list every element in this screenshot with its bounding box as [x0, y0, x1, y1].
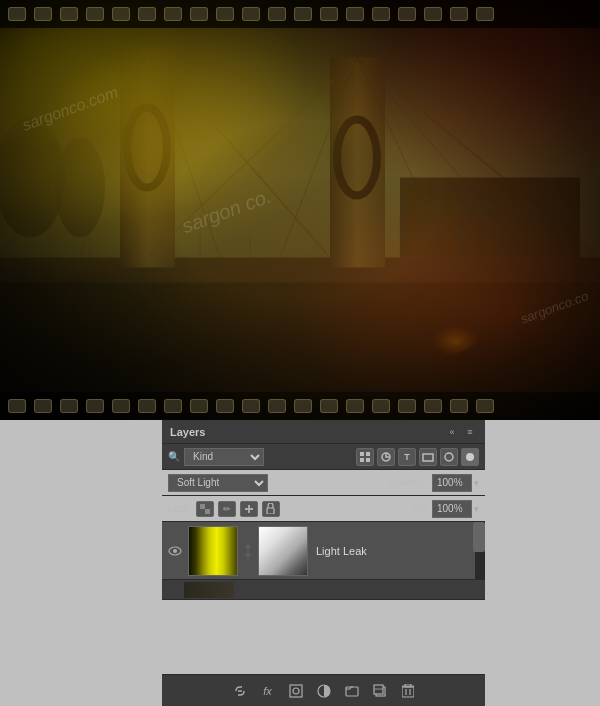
- film-hole: [60, 7, 78, 21]
- panel-bottom-toolbar: fx: [162, 674, 485, 706]
- film-hole: [60, 399, 78, 413]
- smart-filter-icon[interactable]: [440, 448, 458, 466]
- layer-mask-thumbnail: [258, 526, 308, 576]
- svg-point-37: [466, 453, 474, 461]
- panel-menu-icon[interactable]: ≡: [463, 425, 477, 439]
- fill-arrow: ▾: [474, 504, 479, 514]
- film-hole: [242, 399, 260, 413]
- layer-thumbnail-small: [184, 582, 234, 598]
- svg-rect-32: [360, 458, 364, 462]
- film-hole: [242, 7, 260, 21]
- film-hole: [268, 399, 286, 413]
- layers-panel: Layers « ≡ 🔍 Kind T: [162, 420, 485, 706]
- new-layer-button[interactable]: [369, 680, 391, 702]
- svg-rect-39: [205, 509, 210, 514]
- search-icon: 🔍: [168, 451, 180, 462]
- film-hole: [372, 7, 390, 21]
- film-hole: [8, 7, 26, 21]
- lock-move-icon[interactable]: [240, 501, 258, 517]
- fill-label: Fill:: [412, 503, 428, 514]
- scroll-thumb[interactable]: [473, 522, 485, 552]
- layer-list-area: Light Leak: [162, 522, 485, 674]
- delete-layer-button[interactable]: [397, 680, 419, 702]
- film-hole: [86, 7, 104, 21]
- layer-item[interactable]: Light Leak: [162, 522, 485, 580]
- layer-name: Light Leak: [316, 545, 367, 557]
- lock-label: Lock:: [168, 503, 192, 514]
- panel-header: Layers « ≡: [162, 420, 485, 444]
- svg-point-44: [173, 549, 177, 553]
- film-hole: [8, 399, 26, 413]
- add-layer-style-button[interactable]: fx: [257, 680, 279, 702]
- shape-filter-icon[interactable]: [419, 448, 437, 466]
- adjustment-filter-icon[interactable]: [377, 448, 395, 466]
- svg-rect-54: [374, 685, 383, 694]
- film-hole: [424, 399, 442, 413]
- svg-rect-42: [267, 508, 274, 514]
- svg-rect-49: [290, 685, 302, 697]
- film-hole: [112, 7, 130, 21]
- film-hole: [138, 399, 156, 413]
- svg-rect-40: [205, 504, 210, 509]
- film-hole: [294, 399, 312, 413]
- type-filter-icon[interactable]: T: [398, 448, 416, 466]
- add-mask-button[interactable]: [313, 680, 335, 702]
- scroll-track[interactable]: [475, 522, 485, 579]
- film-hole: [190, 399, 208, 413]
- film-hole: [268, 7, 286, 21]
- filter-row: 🔍 Kind T: [162, 444, 485, 470]
- opacity-input[interactable]: [432, 474, 472, 492]
- film-strip-top: [0, 0, 600, 28]
- svg-point-36: [445, 453, 453, 461]
- fill-input[interactable]: [432, 500, 472, 518]
- new-group-button[interactable]: [341, 680, 363, 702]
- film-hole: [476, 7, 494, 21]
- film-hole: [138, 7, 156, 21]
- film-hole: [398, 399, 416, 413]
- link-layers-button[interactable]: [229, 680, 251, 702]
- film-hole: [346, 399, 364, 413]
- film-hole: [424, 7, 442, 21]
- lock-brush-icon[interactable]: ✏: [218, 501, 236, 517]
- film-hole: [86, 399, 104, 413]
- layer-visibility-toggle[interactable]: [166, 542, 184, 560]
- dark-vignette: [0, 0, 600, 420]
- film-strip-bottom: [0, 392, 600, 420]
- svg-rect-38: [200, 504, 205, 509]
- film-hole: [164, 399, 182, 413]
- film-hole: [450, 399, 468, 413]
- active-filter-icon[interactable]: [461, 448, 479, 466]
- panel-controls: « ≡: [445, 425, 477, 439]
- svg-rect-52: [346, 687, 358, 696]
- film-hole: [320, 399, 338, 413]
- film-hole: [216, 7, 234, 21]
- panel-title: Layers: [170, 426, 205, 438]
- lock-lock-icon[interactable]: [262, 501, 280, 517]
- svg-rect-30: [360, 452, 364, 456]
- film-hole: [398, 7, 416, 21]
- svg-rect-33: [366, 458, 370, 462]
- blend-mode-row: Soft Light Opacity: ▾: [162, 470, 485, 496]
- film-hole: [450, 7, 468, 21]
- layer-item-partial[interactable]: [162, 580, 485, 600]
- layer-link-icon: [242, 541, 254, 561]
- film-hole: [164, 7, 182, 21]
- film-hole: [112, 399, 130, 413]
- svg-rect-35: [423, 454, 433, 461]
- filter-kind-dropdown[interactable]: Kind: [184, 448, 264, 466]
- film-hole: [216, 399, 234, 413]
- pixel-filter-icon[interactable]: [356, 448, 374, 466]
- opacity-arrow: ▾: [474, 478, 479, 488]
- new-fill-layer-button[interactable]: [285, 680, 307, 702]
- film-hole: [476, 399, 494, 413]
- film-hole: [320, 7, 338, 21]
- film-hole: [190, 7, 208, 21]
- blend-mode-dropdown[interactable]: Soft Light: [168, 474, 268, 492]
- lock-checkerboard-icon[interactable]: [196, 501, 214, 517]
- film-hole: [372, 399, 390, 413]
- svg-point-50: [293, 688, 299, 694]
- panel-collapse-icon[interactable]: «: [445, 425, 459, 439]
- svg-rect-31: [366, 452, 370, 456]
- filter-search: 🔍: [168, 451, 180, 462]
- svg-rect-41: [200, 509, 205, 514]
